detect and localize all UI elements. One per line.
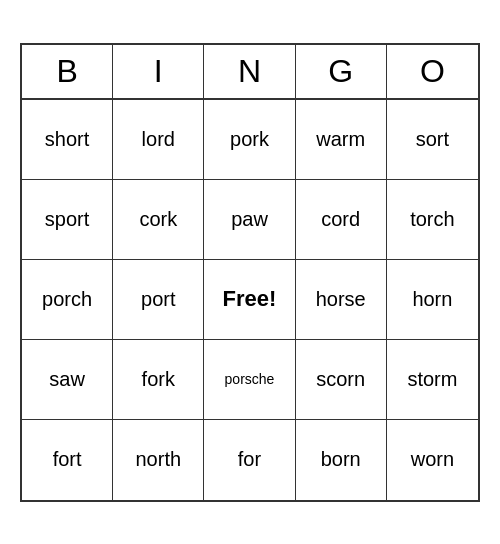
bingo-header: BINGO bbox=[22, 45, 478, 100]
bingo-cell: storm bbox=[387, 340, 478, 420]
bingo-cell: lord bbox=[113, 100, 204, 180]
bingo-cell: for bbox=[204, 420, 295, 500]
bingo-cell: horse bbox=[296, 260, 387, 340]
bingo-cell: porsche bbox=[204, 340, 295, 420]
bingo-cell: born bbox=[296, 420, 387, 500]
header-letter: G bbox=[296, 45, 387, 98]
bingo-cell: scorn bbox=[296, 340, 387, 420]
header-letter: O bbox=[387, 45, 478, 98]
bingo-cell: warm bbox=[296, 100, 387, 180]
bingo-cell: short bbox=[22, 100, 113, 180]
free-space: Free! bbox=[204, 260, 295, 340]
bingo-cell: sport bbox=[22, 180, 113, 260]
bingo-grid: shortlordporkwarmsortsportcorkpawcordtor… bbox=[22, 100, 478, 500]
bingo-cell: porch bbox=[22, 260, 113, 340]
header-letter: N bbox=[204, 45, 295, 98]
bingo-cell: fort bbox=[22, 420, 113, 500]
bingo-cell: cord bbox=[296, 180, 387, 260]
bingo-cell: pork bbox=[204, 100, 295, 180]
header-letter: B bbox=[22, 45, 113, 98]
bingo-cell: cork bbox=[113, 180, 204, 260]
bingo-cell: north bbox=[113, 420, 204, 500]
header-letter: I bbox=[113, 45, 204, 98]
bingo-cell: worn bbox=[387, 420, 478, 500]
bingo-cell: paw bbox=[204, 180, 295, 260]
bingo-cell: port bbox=[113, 260, 204, 340]
bingo-cell: fork bbox=[113, 340, 204, 420]
bingo-cell: torch bbox=[387, 180, 478, 260]
bingo-card: BINGO shortlordporkwarmsortsportcorkpawc… bbox=[20, 43, 480, 502]
bingo-cell: horn bbox=[387, 260, 478, 340]
bingo-cell: sort bbox=[387, 100, 478, 180]
bingo-cell: saw bbox=[22, 340, 113, 420]
